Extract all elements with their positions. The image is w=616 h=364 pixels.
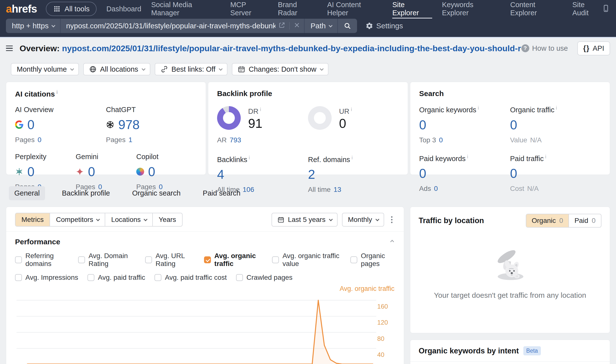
best-links-filter[interactable]: Best links: Off	[155, 63, 227, 75]
pages-link[interactable]: 1	[128, 136, 132, 144]
backlink-profile-card: Backlink profile DRi 91 AR793	[208, 82, 408, 175]
ur-value: 0	[339, 116, 352, 131]
checkbox-crawled-pages[interactable]: Crawled pages	[236, 274, 292, 281]
traffic-by-location-panel: Traffic by location Organic0 Paid0	[410, 207, 610, 333]
how-to-use-button[interactable]: ? How to use	[521, 44, 568, 52]
tab-general[interactable]: General	[9, 186, 45, 200]
nav-item-dashboard[interactable]: Dashboard	[106, 3, 141, 15]
protocol-dropdown[interactable]: http + https	[6, 19, 60, 33]
metrics-view-button[interactable]: Metrics	[16, 213, 50, 226]
tab-backlink-profile[interactable]: Backlink profile	[56, 186, 115, 200]
top-navbar: ahrefs All tools Dashboard Social Media …	[0, 0, 616, 37]
info-icon: i	[56, 89, 58, 95]
metrics-panel: Metrics Competitors Locations Years Last…	[6, 207, 404, 364]
paid-keywords-count[interactable]: 0	[419, 166, 426, 181]
paid-traffic-count[interactable]: 0	[510, 166, 517, 181]
device-icon[interactable]	[602, 4, 610, 14]
svg-text:160: 160	[377, 303, 388, 310]
divider	[6, 232, 404, 232]
chevron-down-icon	[376, 217, 379, 221]
checkbox-avg-impressions[interactable]: Avg. Impressions	[15, 274, 78, 281]
svg-text:40: 40	[377, 351, 384, 358]
tab-organic-search[interactable]: Organic search	[127, 186, 186, 200]
info-icon: i	[556, 105, 557, 111]
alltime-refdomains-link[interactable]: 13	[334, 186, 341, 194]
clear-icon[interactable]	[294, 22, 300, 30]
toggle-paid[interactable]: Paid0	[568, 214, 601, 227]
locations-view-button[interactable]: Locations	[105, 213, 152, 226]
page-title: Overview: nypost.com/2025/01/31/lifestyl…	[20, 44, 521, 53]
ads-link[interactable]: 0	[434, 185, 438, 193]
locations-filter[interactable]: All locations	[83, 63, 150, 75]
calendar-icon	[238, 66, 245, 73]
chevron-down-icon	[219, 67, 223, 71]
tab-paid-search[interactable]: Paid search	[197, 186, 246, 200]
years-view-button[interactable]: Years	[152, 213, 182, 226]
paid-traffic-metric: Paid traffici 0 CostN/A	[510, 154, 601, 193]
nav-item-site-audit[interactable]: Site Audit	[572, 0, 602, 18]
nav-item-ai-content-helper[interactable]: AI Content Helper	[327, 0, 382, 18]
search-button[interactable]	[337, 19, 357, 33]
checkbox-avg-domain-rating[interactable]: Avg. Domain Rating	[78, 252, 136, 268]
backlinks-count[interactable]: 4	[217, 167, 224, 182]
collapse-section-icon[interactable]	[389, 238, 395, 246]
ai-citations-card: AI citationsi AI Overview 0 Pages0 ChatG…	[6, 82, 206, 175]
monthly-volume-filter[interactable]: Monthly volume	[11, 63, 79, 75]
chevron-down-icon	[320, 67, 324, 71]
gemini-count[interactable]: 0	[88, 164, 95, 179]
globe-icon	[89, 66, 97, 73]
chatgpt-metric: ChatGPT 978 Pages1	[106, 106, 197, 144]
checkbox	[87, 274, 94, 281]
ahrefs-logo[interactable]: ahrefs	[6, 3, 37, 15]
checkbox-avg-paid-traffic-cost[interactable]: Avg. paid traffic cost	[154, 274, 227, 281]
checkbox	[78, 256, 85, 263]
external-link-icon[interactable]	[278, 22, 285, 30]
nav-item-social-media-manager[interactable]: Social Media Manager	[151, 0, 221, 18]
chatgpt-count[interactable]: 978	[118, 117, 140, 132]
checkbox-avg-paid-traffic[interactable]: Avg. paid traffic	[87, 274, 145, 281]
nav-item-content-explorer[interactable]: Content Explorer	[510, 0, 563, 18]
checkbox-organic-pages[interactable]: Organic pages	[350, 252, 395, 268]
checkbox-avg-url-rating[interactable]: Avg. URL Rating	[145, 252, 195, 268]
checkbox-avg-organic-traffic[interactable]: Avg. organic traffic	[204, 252, 263, 268]
date-range-button[interactable]: Last 5 years	[272, 213, 338, 227]
paid-keywords-metric: Paid keywordsi 0 Ads0	[419, 154, 510, 193]
top3-link[interactable]: 0	[439, 136, 443, 144]
api-button[interactable]: {} API	[577, 41, 610, 55]
organic-traffic-metric: Organic traffici 0 ValueN/A	[510, 105, 601, 144]
nav-item-keywords-explorer[interactable]: Keywords Explorer	[442, 0, 500, 18]
interval-button[interactable]: Monthly	[342, 213, 384, 227]
nav-item-mcp-server[interactable]: MCP Server	[230, 0, 268, 18]
more-options-icon[interactable]	[389, 214, 395, 225]
ar-link[interactable]: 793	[230, 136, 241, 144]
empty-state-illustration	[419, 248, 601, 283]
main-nav: Dashboard Social Media Manager MCP Serve…	[106, 0, 602, 18]
checkbox-referring-domains[interactable]: Referring domains	[15, 252, 69, 268]
chevron-down-icon	[142, 67, 146, 71]
checkbox-avg-organic-traffic-value[interactable]: Avg. organic traffic value	[272, 252, 341, 268]
chevron-down-icon	[329, 23, 333, 27]
toggle-organic[interactable]: Organic0	[526, 214, 569, 227]
nav-item-brand-radar[interactable]: Brand Radar	[278, 0, 317, 18]
copilot-count[interactable]: 0	[148, 164, 155, 179]
divider	[410, 361, 610, 362]
nav-item-site-explorer[interactable]: Site Explorer	[392, 0, 432, 18]
ref-domains-count[interactable]: 2	[308, 167, 315, 182]
chevron-down-icon	[96, 217, 100, 221]
mode-dropdown[interactable]: Path	[304, 19, 337, 33]
changes-filter[interactable]: Changes: Don't show	[232, 63, 328, 75]
menu-icon[interactable]	[6, 46, 13, 51]
panel-title: Organic keywords by intent	[419, 347, 519, 355]
target-url-input[interactable]	[66, 22, 275, 30]
perplexity-count[interactable]: 0	[27, 164, 34, 179]
pages-link[interactable]: 0	[37, 136, 41, 144]
organic-traffic-count[interactable]: 0	[510, 117, 517, 132]
ai-overview-count[interactable]: 0	[27, 117, 34, 132]
question-icon: ?	[521, 44, 529, 52]
all-tools-button[interactable]: All tools	[46, 2, 97, 16]
organic-keywords-count[interactable]: 0	[419, 117, 426, 132]
copilot-icon	[136, 168, 144, 176]
target-url-link[interactable]: nypost.com/2025/01/31/lifestyle/popular-…	[62, 44, 521, 53]
competitors-view-button[interactable]: Competitors	[50, 213, 105, 226]
settings-button[interactable]: Settings	[365, 22, 403, 30]
